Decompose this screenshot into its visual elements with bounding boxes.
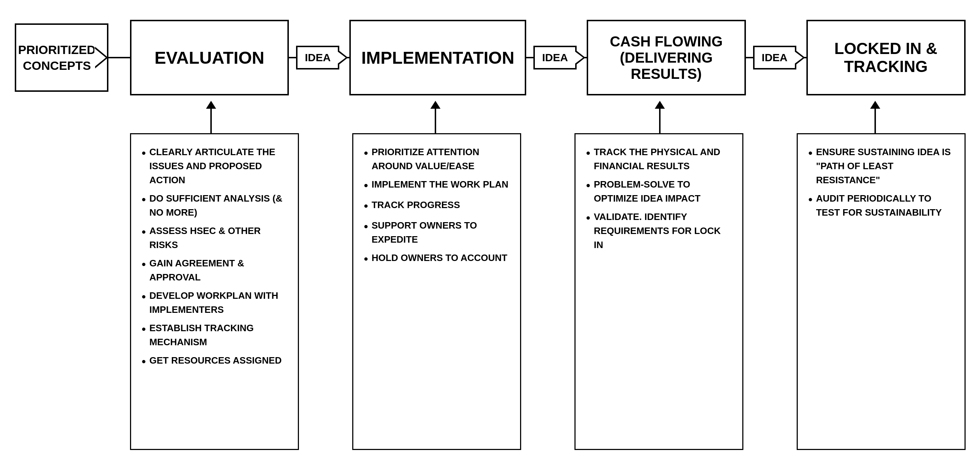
arrow-impl xyxy=(345,97,525,133)
eval-item-3: ASSESS HSEC & OTHER RISKS xyxy=(142,224,287,252)
vert-arrow-locked xyxy=(870,101,880,133)
idea3-connector: IDEA xyxy=(746,18,807,97)
implementation-label: IMPLEMENTATION xyxy=(361,48,514,68)
gap-idea2 xyxy=(521,133,574,450)
prioritized-concepts-label: PRIORITIZED CONCEPTS xyxy=(18,42,95,73)
h-line-1a xyxy=(289,57,296,58)
locked-in-label: LOCKED IN & TRACKING xyxy=(835,40,937,76)
vert-arrow-eval xyxy=(206,101,216,133)
gap-idea1 xyxy=(299,133,352,450)
impl-item-5: HOLD OWNERS TO ACCOUNT xyxy=(364,251,509,267)
cash-item-1: TRACK THE PHYSICAL AND FINANCIAL RESULTS xyxy=(586,145,732,173)
vert-arrow-impl xyxy=(430,101,441,133)
spacer-pc xyxy=(15,97,130,133)
cash-item-3: VALIDATE. IDENTIFY REQUIREMENTS FOR LOCK… xyxy=(586,210,732,252)
arrowhead-impl xyxy=(430,101,441,109)
eval-item-2: DO SUFFICIENT ANALYSIS (& NO MORE) xyxy=(142,192,287,220)
eval-item-6: ESTABLISH TRACKING MECHANISM xyxy=(142,321,287,349)
cash-flowing-box: CASH FLOWING (DELIVERING RESULTS) xyxy=(587,20,746,95)
spacer-idea2 xyxy=(525,97,579,133)
middle-connectors xyxy=(15,97,966,133)
locked-item-1: ENSURE SUSTAINING IDEA IS "PATH OF LEAST… xyxy=(808,145,954,187)
gap-idea3 xyxy=(743,133,797,450)
impl-item-3: TRACK PROGRESS xyxy=(364,198,509,214)
prioritized-concepts-box: PRIORITIZED CONCEPTS xyxy=(15,24,108,92)
impl-detail-box: PRIORITIZE ATTENTION AROUND VALUE/EASE I… xyxy=(352,133,521,450)
spacer-idea1 xyxy=(292,97,345,133)
idea3-label: IDEA xyxy=(762,51,788,63)
lower-section: CLEARLY ARTICULATE THE ISSUES AND PROPOS… xyxy=(15,133,966,450)
idea2-connector: IDEA xyxy=(526,18,587,97)
arrow-cash xyxy=(579,97,741,133)
idea1-label: IDEA xyxy=(305,51,331,63)
vert-arrow-cash xyxy=(655,101,665,133)
impl-item-4: SUPPORT OWNERS TO EXPEDITE xyxy=(364,219,509,247)
locked-detail-list: ENSURE SUSTAINING IDEA IS "PATH OF LEAST… xyxy=(808,145,954,220)
lower-spacer xyxy=(15,133,130,450)
locked-detail-box: ENSURE SUSTAINING IDEA IS "PATH OF LEAST… xyxy=(797,133,966,450)
cash-flowing-label: CASH FLOWING (DELIVERING RESULTS) xyxy=(610,33,722,82)
impl-detail-list: PRIORITIZE ATTENTION AROUND VALUE/EASE I… xyxy=(364,145,509,267)
vert-line-cash xyxy=(659,109,660,133)
vert-line-eval xyxy=(210,109,212,133)
eval-item-5: DEVELOP WORKPLAN WITH IMPLEMENTERS xyxy=(142,289,287,317)
connector-line-pc-eval xyxy=(108,57,130,58)
arrowhead-eval xyxy=(206,101,216,109)
eval-detail-list: CLEARLY ARTICULATE THE ISSUES AND PROPOS… xyxy=(142,145,287,370)
idea2-label: IDEA xyxy=(542,51,568,63)
arrowhead-locked xyxy=(870,101,880,109)
impl-item-2: IMPLEMENT THE WORK PLAN xyxy=(364,178,509,194)
cash-detail-list: TRACK THE PHYSICAL AND FINANCIAL RESULTS… xyxy=(586,145,732,252)
evaluation-box: EVALUATION xyxy=(130,20,289,95)
idea2-box: IDEA xyxy=(533,46,577,70)
evaluation-label: EVALUATION xyxy=(154,48,264,68)
cash-detail-box: TRACK THE PHYSICAL AND FINANCIAL RESULTS… xyxy=(574,133,743,450)
locked-in-box: LOCKED IN & TRACKING xyxy=(807,20,966,95)
spacer-idea3 xyxy=(741,97,794,133)
eval-detail-box: CLEARLY ARTICULATE THE ISSUES AND PROPOS… xyxy=(130,133,299,450)
cash-item-2: PROBLEM-SOLVE TO OPTIMIZE IDEA IMPACT xyxy=(586,178,732,206)
idea1-box: IDEA xyxy=(296,46,339,70)
upper-flow: PRIORITIZED CONCEPTS EVALUATION IDEA IMP… xyxy=(15,18,966,97)
implementation-box: IMPLEMENTATION xyxy=(349,20,526,95)
h-line-3a xyxy=(746,57,753,58)
arrowhead-cash xyxy=(655,101,665,109)
idea1-connector: IDEA xyxy=(289,18,349,97)
eval-item-1: CLEARLY ARTICULATE THE ISSUES AND PROPOS… xyxy=(142,145,287,187)
impl-item-1: PRIORITIZE ATTENTION AROUND VALUE/EASE xyxy=(364,145,509,173)
eval-item-7: GET RESOURCES ASSIGNED xyxy=(142,354,287,370)
arrow-eval xyxy=(130,97,292,133)
vert-line-impl xyxy=(435,109,436,133)
locked-item-2: AUDIT PERIODICALLY TO TEST FOR SUSTAINAB… xyxy=(808,192,954,220)
arrow-locked xyxy=(794,97,956,133)
diagram-container: PRIORITIZED CONCEPTS EVALUATION IDEA IMP… xyxy=(15,18,966,450)
eval-item-4: GAIN AGREEMENT & APPROVAL xyxy=(142,256,287,284)
h-line-2a xyxy=(526,57,533,58)
vert-line-locked xyxy=(875,109,876,133)
idea3-box: IDEA xyxy=(753,46,796,70)
